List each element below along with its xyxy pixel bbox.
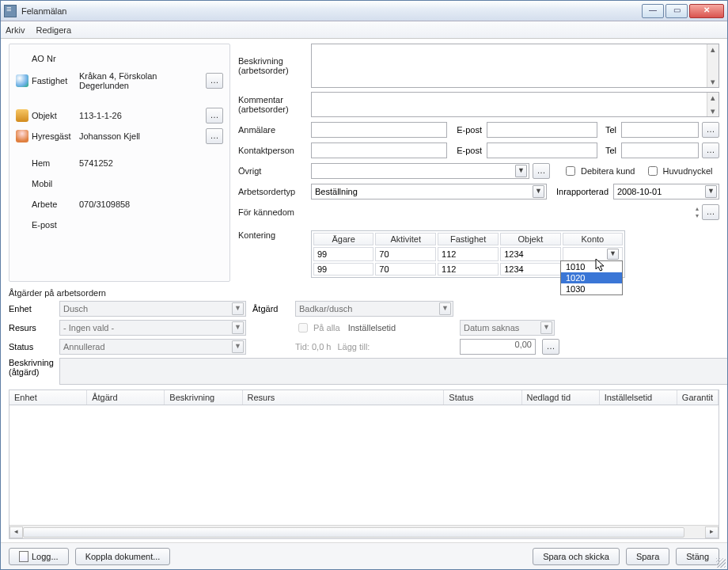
col-nedlagd[interactable]: Nedlagd tid <box>522 390 600 405</box>
col-atgard[interactable]: Åtgärd <box>87 390 165 405</box>
scroll-thumb[interactable] <box>23 527 684 538</box>
logg-button[interactable]: Logg... <box>9 548 69 565</box>
beskrivning-textarea[interactable]: ▴▾ <box>311 44 719 88</box>
arbetsordertyp-label: Arbetsordertyp <box>238 187 311 196</box>
chevron-down-icon: ▼ <box>607 249 619 260</box>
col-status[interactable]: Status <box>444 390 521 405</box>
arbete-value: 070/3109858 <box>79 200 130 209</box>
fastighet-value: Kråkan 4, Förskolan Degerlunden <box>79 71 203 90</box>
koppla-dokument-button[interactable]: Koppla dokument... <box>75 548 171 565</box>
kontaktperson-input[interactable] <box>311 142 447 158</box>
stang-button[interactable]: Stäng <box>676 548 719 565</box>
menu-bar: Arkiv Redigera <box>1 21 727 39</box>
chevron-down-icon: ▼ <box>540 321 552 334</box>
minimize-button[interactable]: ― <box>642 4 664 18</box>
kontaktperson-browse-button[interactable]: … <box>702 142 719 158</box>
scrollbar[interactable]: ▴▾ <box>707 93 719 116</box>
col-garantit[interactable]: Garantit <box>677 390 719 405</box>
atgard-combo: Badkar/dusch▼ <box>295 301 453 317</box>
status-label: Status <box>9 342 53 352</box>
for-kannedom-label: För kännedom <box>238 207 311 217</box>
beskrivning-atgard-label: Beskrivning (åtgärd) <box>9 358 53 385</box>
konto-option-selected[interactable]: 1020 <box>561 272 622 283</box>
ovrigt-combo[interactable]: ▼ <box>311 163 529 179</box>
cube-icon <box>16 109 28 122</box>
objekt-browse-button[interactable]: … <box>206 108 223 124</box>
atgard-label: Åtgärd <box>252 304 289 314</box>
for-kannedom-browse-button[interactable]: … <box>702 204 719 220</box>
anmalare-tel-label: Tel <box>597 125 621 135</box>
spara-button[interactable]: Spara <box>626 548 669 565</box>
anmalare-input[interactable] <box>311 122 447 138</box>
right-column: Beskrivning (arbetsorder) ▴▾ Kommentar (… <box>238 44 719 282</box>
konto-option[interactable]: 1030 <box>561 283 622 294</box>
kontering-konto-cell[interactable]: ▼ 1010 1020 1030 <box>563 247 623 261</box>
col-installelsetid[interactable]: Inställelsetid <box>600 390 677 405</box>
anmalare-browse-button[interactable]: … <box>702 122 719 138</box>
objekt-value: 113-1-1-26 <box>79 111 203 120</box>
enhet-label: Enhet <box>9 304 53 314</box>
debitera-checkbox[interactable]: Debitera kund <box>563 164 635 178</box>
ovrigt-browse-button[interactable]: … <box>533 163 550 179</box>
title-bar: Felanmälan ― ▭ ✕ <box>1 1 727 21</box>
horizontal-scrollbar[interactable]: ◂ ▸ <box>9 525 719 538</box>
huvudnyckel-checkbox[interactable]: Huvudnyckel <box>645 164 713 178</box>
col-beskrivning[interactable]: Beskrivning <box>165 390 242 405</box>
fastighet-label: Fastighet <box>32 76 79 86</box>
anmalare-label: Anmälare <box>238 125 311 135</box>
kontaktperson-tel-input[interactable] <box>621 142 699 158</box>
inrapporterad-date[interactable]: 2008-10-01▼ <box>613 184 719 200</box>
actions-grid: Enhet Dusch▼ Åtgärd Badkar/dusch▼ Resurs… <box>9 301 727 355</box>
konto-dropdown[interactable]: 1010 1020 1030 <box>560 260 623 295</box>
chevron-down-icon: ▼ <box>439 302 451 315</box>
kommentar-textarea[interactable]: ▴▾ <box>311 92 719 117</box>
epost-left-label: E-post <box>32 220 79 230</box>
hem-value: 5741252 <box>79 158 113 168</box>
fastighet-browse-button[interactable]: … <box>206 73 223 89</box>
scroll-right-icon[interactable]: ▸ <box>705 526 719 538</box>
globe-icon <box>16 74 28 87</box>
left-panel: AO Nr Fastighet Kråkan 4, Förskolan Dege… <box>9 44 230 282</box>
maximize-button[interactable]: ▭ <box>665 4 688 18</box>
scroll-left-icon[interactable]: ◂ <box>9 526 23 538</box>
arbetsordertyp-combo[interactable]: Beställning▼ <box>311 184 547 200</box>
kontaktperson-epost-input[interactable] <box>487 142 597 158</box>
app-window: Felanmälan ― ▭ ✕ Arkiv Redigera AO Nr Fa… <box>0 0 728 570</box>
resize-grip-icon[interactable] <box>716 558 726 568</box>
lagg-till-label: Lägg till: <box>337 342 370 352</box>
results-grid[interactable]: Enhet Åtgärd Beskrivning Resurs Status N… <box>9 390 719 539</box>
anmalare-epost-input[interactable] <box>487 122 597 138</box>
app-icon <box>4 5 17 17</box>
ovrigt-label: Övrigt <box>238 166 311 176</box>
kommentar-label: Kommentar (arbetsorder) <box>238 95 311 114</box>
kontering-col-fastighet: Fastighet <box>438 233 499 245</box>
kontering-table[interactable]: Ägare Aktivitet Fastighet Objekt Konto 9… <box>311 230 625 278</box>
close-button[interactable]: ✕ <box>689 4 724 18</box>
status-combo: Annullerad▼ <box>59 339 246 355</box>
objekt-label: Objekt <box>32 111 79 120</box>
scrollbar[interactable]: ▴▾ <box>707 44 719 87</box>
hyresgast-label: Hyresgäst <box>32 131 79 141</box>
inrapporterad-label: Inrapporterad <box>547 187 613 196</box>
blank-icon <box>16 218 28 231</box>
blank-icon <box>16 157 28 169</box>
kontaktperson-epost-label: E-post <box>447 146 487 155</box>
menu-arkiv[interactable]: Arkiv <box>6 25 25 35</box>
scroll-track[interactable] <box>23 526 705 538</box>
hyresgast-browse-button[interactable]: … <box>206 128 223 144</box>
lagg-till-browse-button[interactable]: … <box>542 339 559 355</box>
window-buttons: ― ▭ ✕ <box>642 4 724 18</box>
pa-alla-checkbox: På alla <box>295 321 340 335</box>
spara-och-skicka-button[interactable]: Spara och skicka <box>533 548 620 565</box>
col-resurs[interactable]: Resurs <box>243 390 445 405</box>
footer: Logg... Koppla dokument... Spara och ski… <box>1 542 727 569</box>
konto-option[interactable]: 1010 <box>561 261 622 272</box>
anmalare-epost-label: E-post <box>447 125 487 135</box>
kontering-row[interactable]: 99 70 112 1234 ▼ 1010 1020 1030 <box>313 247 623 261</box>
kontering-col-agare: Ägare <box>313 233 373 245</box>
spinner[interactable]: ▴▾ <box>696 205 699 219</box>
anmalare-tel-input[interactable] <box>621 122 699 138</box>
col-enhet[interactable]: Enhet <box>9 390 87 405</box>
menu-redigera[interactable]: Redigera <box>36 25 71 35</box>
lagg-till-input[interactable]: 0,00 <box>460 339 536 355</box>
